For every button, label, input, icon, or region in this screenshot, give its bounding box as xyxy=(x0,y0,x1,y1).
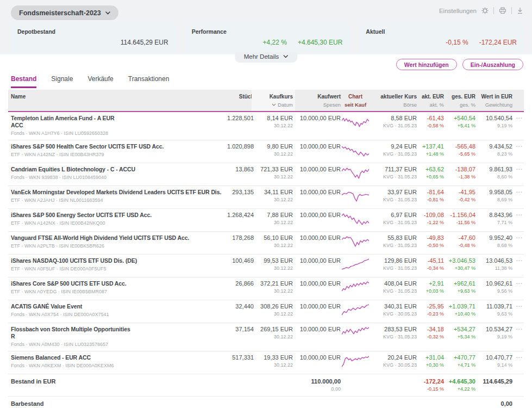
fund-meta: ETF · WKN A2JAHJ · ISIN NL0011683594 xyxy=(11,197,217,203)
kaufkurs-cell: 9,80 EUR 30.12.22 xyxy=(254,143,293,157)
tab[interactable]: Signale xyxy=(51,75,73,88)
row-menu-button[interactable]: ⋯ xyxy=(512,303,523,310)
sparkline-chart[interactable] xyxy=(341,326,370,342)
fund-name-cell[interactable]: iShares S&P 500 Health Care Sector UCITS… xyxy=(11,143,217,158)
fund-meta: ETF · WKN A142NX · ISIN IE00B42NKQ00 xyxy=(11,220,217,226)
col-ges[interactable]: ges. EUR ges. % xyxy=(444,94,475,108)
sparkline-chart[interactable] xyxy=(341,143,370,159)
kaufkurs-cell: 56,10 EUR 30.12.22 xyxy=(254,234,293,249)
chevron-down-icon xyxy=(105,11,110,15)
fund-name-cell[interactable]: ACATIS GANÉ Value Event Fonds · WKN A0X7… xyxy=(11,303,217,318)
wert-cell: 13.046,53 11,38 % xyxy=(475,257,512,271)
aktuell-value: -172,24 EUR xyxy=(479,39,517,46)
download-icon[interactable] xyxy=(517,7,523,14)
depot-balance-value: 114.645,29 EUR xyxy=(121,39,168,46)
sparkline-chart[interactable] xyxy=(341,354,370,370)
barbestand-wert: 0,00 xyxy=(475,400,512,407)
sparkline-chart[interactable] xyxy=(341,115,370,131)
kurs-cell: 33,97 EUR KVG · 31.05.23 xyxy=(370,189,417,203)
wert-cell: 9.952,40 8,68 % xyxy=(475,234,512,249)
akt-eur-cell: +2,91 +0,03 % xyxy=(417,280,444,294)
fund-name-cell[interactable]: Templeton Latin America Fund - A EUR ACC… xyxy=(11,115,217,137)
col-kurs[interactable]: aktueller Kurs Börse xyxy=(370,94,417,108)
fund-name-cell[interactable]: VanEck Morningstar Developed Markets Div… xyxy=(11,189,217,203)
more-details-button[interactable]: Mehr Details xyxy=(235,52,298,63)
row-menu-button[interactable]: ⋯ xyxy=(512,189,523,196)
stueck-cell: 1.228,501 xyxy=(217,115,254,122)
kaufwert-cell: 10.000,00 EUR xyxy=(293,303,341,310)
row-menu-button[interactable]: ⋯ xyxy=(512,143,523,150)
ges-eur-cell: -1.156,04 -11,56 % xyxy=(444,212,475,226)
fund-name-cell[interactable]: iShares S&P 500 Energy Sector UCITS ETF … xyxy=(11,212,217,226)
col-wert[interactable]: Wert in EUR Gewichtung xyxy=(475,94,512,108)
row-menu-button[interactable]: ⋯ xyxy=(512,354,523,361)
printer-icon[interactable] xyxy=(499,7,506,14)
kurs-cell: 55,83 EUR KVG · 31.05.23 xyxy=(370,234,417,249)
sparkline-chart[interactable] xyxy=(341,280,370,296)
fund-name: iShares NASDAQ-100 UCITS ETF USD Dis. (D… xyxy=(11,257,217,264)
summary-akt: -172,24 -0,15 % xyxy=(417,378,444,392)
table-row: Siemens Balanced - EUR ACC Fonds · WKN A… xyxy=(8,351,524,374)
table-row: VanEck Morningstar Developed Markets Div… xyxy=(8,186,524,209)
fund-name-cell[interactable]: Vanguard FTSE All-World High Dividend Yi… xyxy=(11,234,217,249)
fund-name: Siemens Balanced - EUR ACC xyxy=(11,354,217,361)
gear-icon[interactable] xyxy=(481,7,489,14)
table-header: Name Stück Kaufkurs Datum Kaufwert Spese… xyxy=(8,90,524,112)
row-menu-button[interactable]: ⋯ xyxy=(512,280,523,287)
col-chart[interactable]: Chart seit Kauf xyxy=(341,94,370,108)
performance-card: Performance +4,22 % +4.645,30 EUR xyxy=(185,24,349,53)
tab[interactable]: Bestand xyxy=(11,75,36,88)
col-akt[interactable]: akt. EUR akt. % xyxy=(417,94,444,108)
table-row: ACATIS GANÉ Value Event Fonds · WKN A0X7… xyxy=(8,300,524,323)
depot-balance-card: Depotbestand 114.645,29 EUR xyxy=(11,24,175,53)
ges-eur-cell: +534,27 +5,34 % xyxy=(444,326,475,340)
fund-name-cell[interactable]: Flossbach von Storch Multiple Opportunit… xyxy=(11,326,217,348)
kaufkurs-cell: 721,33 EUR 30.12.22 xyxy=(254,166,293,180)
tab[interactable]: Transaktionen xyxy=(128,75,170,88)
row-menu-button[interactable]: ⋯ xyxy=(512,234,523,242)
card-label: Performance xyxy=(192,28,343,35)
summary-label: Barbestand xyxy=(11,400,254,407)
kaufkurs-cell: 19,33 EUR 30.12.22 xyxy=(254,354,293,368)
fund-name-cell[interactable]: iShares NASDAQ-100 UCITS ETF USD Dis. (D… xyxy=(11,257,217,272)
tab[interactable]: Verkäufe xyxy=(87,75,113,88)
row-menu-button[interactable]: ⋯ xyxy=(512,326,523,333)
action-button[interactable]: Wert hinzufügen xyxy=(396,59,457,70)
akt-eur-cell: +63,62 +0,65 % xyxy=(417,166,444,180)
kaufwert-cell: 10.000,00 EUR xyxy=(293,166,341,173)
col-kaufwert[interactable]: Kaufwert Spesen xyxy=(293,94,341,108)
sparkline-chart[interactable] xyxy=(341,166,370,182)
col-name[interactable]: Name xyxy=(11,94,217,100)
row-menu-button[interactable]: ⋯ xyxy=(512,115,523,122)
settings-label[interactable]: Einstellungen xyxy=(439,8,477,14)
sparkline-chart[interactable] xyxy=(341,189,370,205)
fund-name-cell[interactable]: Siemens Balanced - EUR ACC Fonds · WKN A… xyxy=(11,354,217,369)
portfolio-selector[interactable]: Fondsmeisterschaft-2023 xyxy=(11,5,118,20)
fund-name-cell[interactable]: iShares Core S&P 500 UCITS ETF USD Acc. … xyxy=(11,280,217,295)
wert-cell: 10.962,61 9,56 % xyxy=(475,280,512,294)
row-menu-button[interactable]: ⋯ xyxy=(512,166,523,173)
sparkline-chart[interactable] xyxy=(341,212,370,228)
kurs-cell: 283,53 EUR KVG · 31.05.23 xyxy=(370,326,417,340)
wert-cell: 10.534,27 9,19 % xyxy=(475,326,512,340)
summary-cards: Depotbestand 114.645,29 EUR Performance … xyxy=(11,24,523,53)
sparkline-chart[interactable] xyxy=(341,234,370,251)
kurs-cell: 8,58 EUR KVG · 31.05.23 xyxy=(370,115,417,129)
fund-meta: Fonds · WKN 939838 · ISIN LU0108459040 xyxy=(11,175,217,181)
ges-eur-cell: +470,77 +4,71 % xyxy=(444,354,475,368)
sparkline-chart[interactable] xyxy=(341,303,370,319)
kurs-cell: 6,97 EUR KVG · 31.05.23 xyxy=(370,212,417,226)
row-menu-button[interactable]: ⋯ xyxy=(512,257,523,264)
sparkline-chart[interactable] xyxy=(341,257,370,274)
kaufkurs-cell: 269,15 EUR 30.12.22 xyxy=(254,326,293,340)
col-stueck[interactable]: Stück xyxy=(217,94,254,100)
col-kaufkurs[interactable]: Kaufkurs Datum xyxy=(254,94,293,108)
kaufwert-cell: 10.000,00 EUR xyxy=(293,143,341,150)
wert-cell: 9.434,52 8,23 % xyxy=(475,143,512,157)
kaufkurs-cell: 99,53 EUR 30.12.22 xyxy=(254,257,293,271)
action-button[interactable]: Ein-/Auszahlung xyxy=(462,59,523,70)
row-menu-button[interactable]: ⋯ xyxy=(512,212,523,219)
header: Fondsmeisterschaft-2023 Einstellungen xyxy=(0,0,532,73)
ges-eur-cell: -47,60 -0,48 % xyxy=(444,234,475,249)
fund-name-cell[interactable]: Candriam Equities L Biotechnology - C - … xyxy=(11,166,217,181)
